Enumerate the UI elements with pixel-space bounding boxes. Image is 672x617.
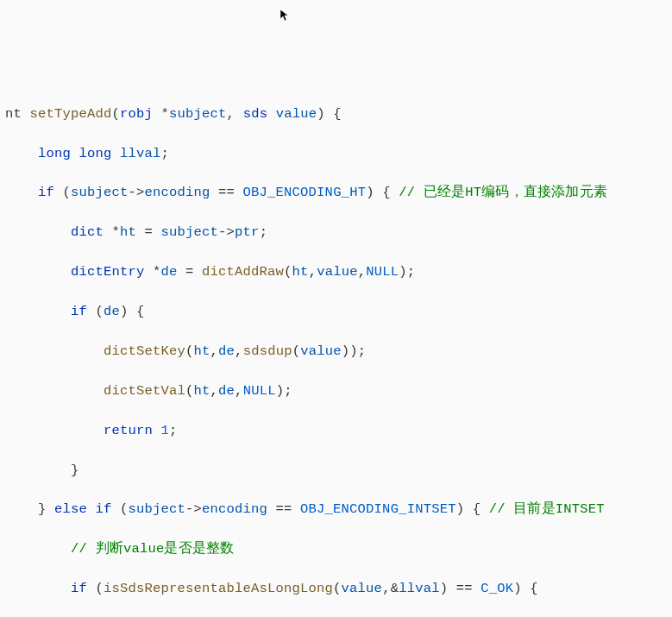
comment: // 已经是HT编码，直接添加元素 [399, 185, 607, 200]
param-subject: subject [169, 106, 227, 122]
enum-cok: C_OK [480, 581, 513, 596]
kw-if: if [38, 185, 54, 200]
code-line: dictEntry *de = dictAddRaw(ht,value,NULL… [5, 262, 672, 282]
ref-subject: subject [71, 185, 129, 200]
code-line: return 1; [5, 421, 672, 441]
ref-subject: subject [129, 501, 186, 517]
ref-ptr: ptr [235, 224, 260, 240]
comment: // 目前是INTSET [489, 501, 605, 517]
code-line: dictSetKey(ht,de,sdsdup(value)); [5, 342, 672, 362]
code-line: if (de) { [5, 302, 672, 322]
code-line: dict *ht = subject->ptr; [5, 223, 672, 242]
fn-dictAddRaw: dictAddRaw [202, 264, 284, 280]
ref-de: de [104, 304, 120, 319]
type-sds: sds [243, 106, 268, 122]
null: NULL [243, 383, 276, 399]
kw-return: return [104, 423, 153, 438]
ref-value: value [342, 581, 383, 596]
num-1: 1 [161, 423, 170, 438]
code-line: if (isSdsRepresentableAsLongLong(value,&… [5, 579, 672, 599]
code-line: nt setTypeAdd(robj *subject, sds value) … [5, 104, 672, 124]
ref-value: value [317, 264, 358, 280]
nt-frag: nt [5, 106, 22, 122]
ref-llval: llval [399, 581, 440, 596]
ref-encoding: encoding [202, 501, 267, 517]
ref-ht: ht [194, 383, 210, 399]
cursor-icon [279, 9, 293, 22]
fn-dictSetVal: dictSetVal [104, 383, 185, 399]
code-line: long long llval; [5, 144, 672, 164]
fn-dictSetKey: dictSetKey [104, 343, 185, 359]
ref-ht: ht [194, 343, 210, 359]
kw-elseif: else if [54, 501, 112, 517]
code-line: if (subject->encoding == OBJ_ENCODING_HT… [5, 183, 672, 203]
type-dictEntry: dictEntry [71, 264, 145, 280]
enum-ht: OBJ_ENCODING_HT [243, 185, 367, 200]
code-line: } [5, 461, 672, 481]
type-robj: robj [120, 106, 153, 122]
ref-ht: ht [292, 264, 309, 280]
code-line: // 判断value是否是整数 [5, 539, 672, 559]
ref-de: de [218, 383, 235, 399]
ref-encoding: encoding [145, 185, 210, 200]
code-line: } else if (subject->encoding == OBJ_ENCO… [5, 500, 672, 519]
var-llval: llval [120, 146, 161, 161]
param-value: value [276, 106, 317, 122]
ref-subject: subject [161, 224, 219, 240]
ref-de: de [218, 343, 235, 359]
code-line: dictSetVal(ht,de,NULL); [5, 381, 672, 401]
comment: // 判断value是否是整数 [71, 541, 234, 557]
kw-long: long long [38, 146, 112, 161]
null: NULL [366, 264, 399, 280]
kw-if: if [71, 581, 87, 596]
type-dict: dict [71, 224, 104, 240]
fn-sdsdup: sdsdup [243, 343, 292, 359]
enum-intset: OBJ_ENCODING_INTSET [300, 501, 456, 517]
fn-isSds: isSdsRepresentableAsLongLong [104, 581, 333, 596]
code-block: nt setTypeAdd(robj *subject, sds value) … [5, 85, 672, 617]
var-ht: ht [120, 224, 136, 240]
fn-setTypeAdd: setTypeAdd [30, 106, 112, 122]
ref-value: value [300, 343, 342, 359]
var-de: de [161, 264, 178, 280]
kw-if: if [71, 304, 87, 319]
